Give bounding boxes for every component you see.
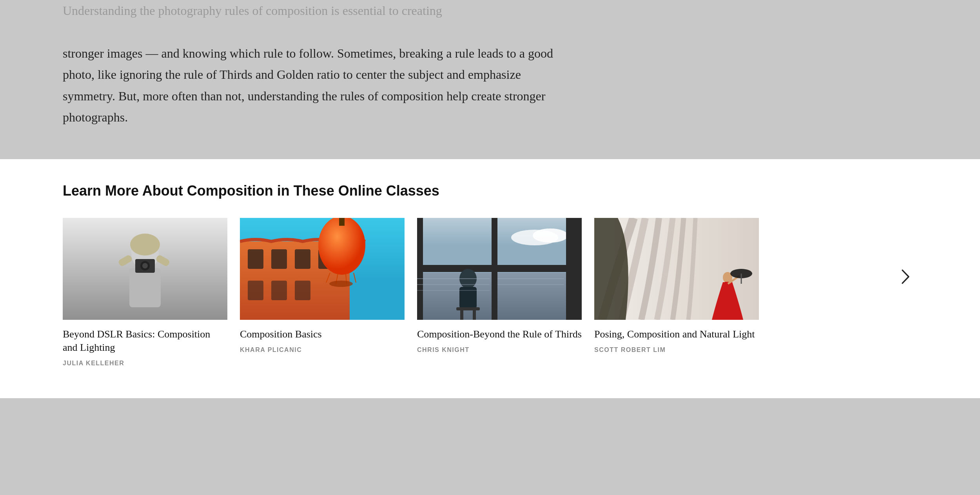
class-card-4[interactable]: Posing, Composition and Natural Light SC… — [594, 218, 759, 367]
svg-rect-19 — [339, 218, 345, 226]
article-paragraph: Understanding the photography rules of c… — [63, 0, 572, 128]
card-1-author: JULIA KELLEHER — [63, 360, 227, 367]
svg-rect-13 — [295, 249, 310, 269]
card-2-author: KHARA PLICANIC — [240, 346, 405, 354]
class-card-3[interactable]: Composition-Beyond the Rule of Thirds CH… — [417, 218, 582, 367]
next-arrow-button[interactable] — [894, 265, 917, 288]
svg-rect-37 — [473, 310, 476, 320]
svg-rect-32 — [417, 265, 582, 272]
svg-point-28 — [533, 228, 568, 243]
svg-rect-17 — [295, 281, 310, 300]
top-section: Understanding the photography rules of c… — [0, 0, 980, 159]
classes-container: Beyond DSLR Basics: Composition and Ligh… — [63, 218, 917, 367]
svg-rect-36 — [460, 310, 463, 320]
card-4-title: Posing, Composition and Natural Light — [594, 328, 759, 341]
svg-rect-16 — [271, 281, 287, 300]
card-1-image — [63, 218, 227, 320]
svg-rect-15 — [248, 281, 263, 300]
card-4-image — [594, 218, 759, 320]
svg-rect-25 — [417, 218, 582, 273]
svg-rect-12 — [271, 249, 287, 269]
classes-row: Beyond DSLR Basics: Composition and Ligh… — [63, 218, 887, 367]
paragraph-main: stronger images — and knowing which rule… — [63, 46, 553, 124]
svg-rect-11 — [248, 249, 263, 269]
svg-point-24 — [329, 281, 353, 287]
card-2-title: Composition Basics — [240, 328, 405, 341]
card-3-title: Composition-Beyond the Rule of Thirds — [417, 328, 582, 341]
svg-point-2 — [130, 234, 160, 256]
card-3-image — [417, 218, 582, 320]
card-2-image — [240, 218, 405, 320]
section-title: Learn More About Composition in These On… — [63, 183, 917, 199]
svg-rect-26 — [417, 273, 582, 320]
card-1-title: Beyond DSLR Basics: Composition and Ligh… — [63, 328, 227, 354]
svg-point-8 — [142, 263, 148, 268]
class-card-2[interactable]: Composition Basics KHARA PLICANIC — [240, 218, 405, 367]
card-3-author: CHRIS KNIGHT — [417, 346, 582, 354]
svg-rect-35 — [456, 307, 480, 310]
paragraph-fade: Understanding the photography rules of c… — [63, 4, 442, 18]
class-card-1[interactable]: Beyond DSLR Basics: Composition and Ligh… — [63, 218, 227, 367]
svg-rect-3 — [129, 268, 161, 307]
bottom-section: Learn More About Composition in These On… — [0, 159, 980, 398]
svg-point-18 — [318, 218, 365, 275]
card-4-author: SCOTT ROBERT LIM — [594, 346, 759, 354]
